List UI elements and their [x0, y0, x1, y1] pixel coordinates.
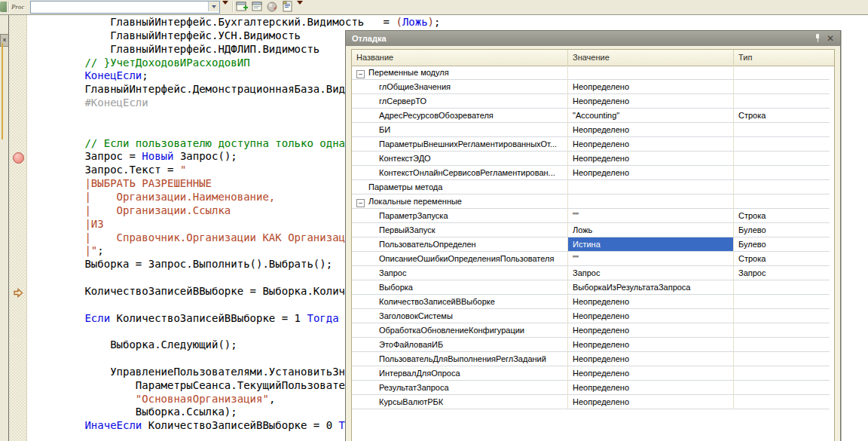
- current-line-arrow-icon: [12, 286, 24, 299]
- watch-row[interactable]: Параметры метода: [352, 180, 834, 194]
- watch-value: Неопределено: [568, 137, 734, 152]
- watch-name: глОбщиеЗначения: [352, 80, 568, 94]
- watch-row[interactable]: ПервыйЗапускЛожьБулево: [352, 223, 834, 237]
- watch-type: [734, 94, 830, 109]
- watch-value: Неопределено: [568, 366, 734, 381]
- breakpoint-marker[interactable]: [13, 152, 24, 164]
- watch-row[interactable]: ОбработкаОбновлениеКонфигурацииНеопредел…: [352, 323, 834, 338]
- module-add-icon: [236, 1, 249, 13]
- watch-type: [734, 309, 830, 323]
- watch-row[interactable]: ПользовательДляВыполненияРеглЗаданийНеоп…: [352, 352, 834, 366]
- watch-row[interactable]: БИНеопределено: [352, 123, 834, 137]
- watch-value: Неопределено: [568, 381, 734, 395]
- watch-row[interactable]: АдресРесурсовОбозревателя"Accounting"Стр…: [352, 109, 834, 123]
- debug-titlebar[interactable]: Отладка ✕: [346, 31, 840, 46]
- watch-type: [734, 338, 830, 352]
- watch-name: Запрос: [352, 266, 568, 280]
- watch-row[interactable]: ПараметрыВнешнихРегламентированныхОт...Н…: [352, 137, 834, 152]
- watch-value: Неопределено: [568, 338, 734, 352]
- watch-value: ВыборкаИзРезультатаЗапроса: [568, 280, 734, 295]
- watch-grid-rows: −Переменные модуляглОбщиеЗначенияНеопред…: [352, 66, 834, 441]
- watch-type: [734, 366, 830, 381]
- watch-type: [734, 323, 830, 338]
- watch-row[interactable]: ЗапросЗапросЗапрос: [352, 266, 834, 280]
- watch-row[interactable]: КонтекстЭДОНеопределено: [352, 152, 834, 166]
- watch-type: [734, 152, 830, 166]
- code-line[interactable]: ГлавныйИнтерфейс.Бухгалтерский.Видимость…: [34, 16, 868, 29]
- combobox-dropdown-button[interactable]: [208, 2, 219, 11]
- watch-row[interactable]: ПараметрЗапуска""Строка: [352, 209, 834, 223]
- watch-row[interactable]: глСерверТОНеопределено: [352, 94, 834, 109]
- watch-type: [734, 381, 830, 395]
- watch-row[interactable]: ЭтоФайловаяИБНеопределено: [352, 338, 834, 352]
- sphere-button[interactable]: [266, 1, 279, 13]
- watch-name: ПользовательОпределен: [352, 237, 568, 252]
- watch-name: глСерверТО: [352, 94, 568, 109]
- watch-name: ИнтервалДляОпроса: [352, 366, 568, 381]
- watch-row[interactable]: ИнтервалДляОпросаНеопределено: [352, 366, 834, 381]
- watch-type: Строка: [734, 109, 830, 123]
- watch-type: [734, 280, 830, 295]
- watch-type: [734, 395, 830, 409]
- document-button[interactable]: [281, 1, 294, 13]
- module-button[interactable]: [251, 1, 264, 13]
- watch-value: Неопределено: [568, 309, 734, 323]
- watch-type: [734, 80, 830, 94]
- watch-value: Неопределено: [568, 166, 734, 180]
- watch-row[interactable]: КонтекстОнлайнСервисовРегламентирован...…: [352, 166, 834, 180]
- module-add-button[interactable]: [236, 1, 249, 13]
- column-header-type[interactable]: Тип: [734, 50, 834, 66]
- watch-type: [734, 352, 830, 366]
- column-header-name[interactable]: Название: [352, 50, 568, 66]
- clipped-toolbar-icon: [0, 2, 7, 12]
- watch-value: [568, 194, 734, 209]
- procedure-combobox[interactable]: [30, 1, 220, 14]
- watch-row[interactable]: РезультатЗапросаНеопределено: [352, 381, 834, 395]
- watch-name: АдресРесурсовОбозревателя: [352, 109, 568, 123]
- toolbar-overflow-button[interactable]: [297, 5, 304, 9]
- close-icon[interactable]: ✕: [824, 32, 836, 44]
- watch-row[interactable]: ПользовательОпределенИстинаБулево: [352, 237, 834, 252]
- chevron-down-icon: [222, 1, 228, 17]
- watch-row[interactable]: КурсыВалютРБКНеопределено: [352, 395, 834, 409]
- watch-name: ЗаголовокСистемы: [352, 309, 568, 323]
- watch-value: Неопределено: [568, 352, 734, 366]
- watch-name: КоличествоЗаписейВВыборке: [352, 295, 568, 309]
- pin-icon[interactable]: [815, 34, 821, 43]
- watch-row[interactable]: ОписаниеОшибкиОпределенияПользователя""С…: [352, 252, 834, 266]
- watch-type: Булево: [734, 223, 830, 237]
- column-header-value[interactable]: Значение: [568, 50, 734, 66]
- watch-type: [734, 180, 830, 194]
- watch-type: Строка: [734, 252, 830, 266]
- watch-row[interactable]: −Переменные модуля: [352, 66, 834, 80]
- watch-row[interactable]: −Локальные переменные: [352, 194, 834, 209]
- watch-name: ОбработкаОбновлениеКонфигурации: [352, 323, 568, 338]
- watch-row[interactable]: ЗаголовокСистемыНеопределено: [352, 309, 834, 323]
- watch-type: Запрос: [734, 266, 830, 280]
- chevron-down-icon: [212, 5, 216, 8]
- collapse-icon[interactable]: −: [356, 199, 365, 207]
- watch-type: Строка: [734, 209, 830, 223]
- window-border: [8, 14, 9, 441]
- sphere-icon: [266, 1, 279, 13]
- watch-row[interactable]: ВыборкаВыборкаИзРезультатаЗапроса: [352, 280, 834, 295]
- breakpoint-margin[interactable]: [9, 15, 27, 441]
- toolbar-separator: [232, 2, 234, 12]
- watch-value: Неопределено: [568, 323, 734, 338]
- watch-name: КонтекстЭДО: [352, 152, 568, 166]
- collapse-icon[interactable]: −: [356, 70, 365, 78]
- docked-panel-edge: x: [0, 14, 8, 441]
- document-icon: [281, 1, 294, 13]
- panel-accent-line: [2, 43, 3, 139]
- watch-name: Параметры метода: [352, 180, 568, 194]
- watch-name: Выборка: [352, 280, 568, 295]
- chevron-down-icon: [297, 1, 303, 17]
- procedure-list-dropdown-button[interactable]: [222, 5, 229, 9]
- watch-row[interactable]: КоличествоЗаписейВВыборкеНеопределено: [352, 295, 834, 309]
- watch-value: Истина: [568, 237, 734, 252]
- watch-name: ОписаниеОшибкиОпределенияПользователя: [352, 252, 568, 266]
- watch-type: [734, 295, 830, 309]
- watch-name: −Переменные модуля: [352, 66, 568, 80]
- watch-row[interactable]: глОбщиеЗначенияНеопределено: [352, 80, 834, 94]
- watch-value: [568, 180, 734, 194]
